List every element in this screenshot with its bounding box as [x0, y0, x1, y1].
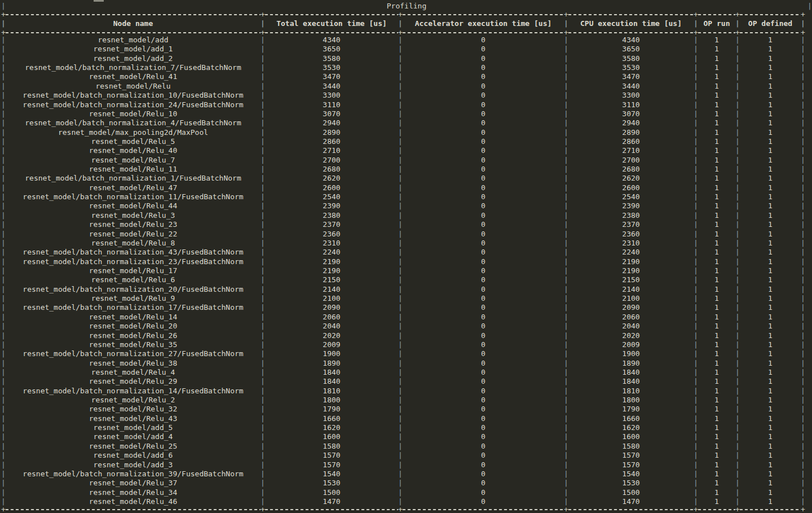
table-cell: 1: [740, 377, 801, 386]
column-separator: |: [398, 192, 403, 201]
table-cell: 1: [740, 313, 801, 322]
column-separator: |: [1, 119, 6, 128]
table-row: |resnet_model/batch_normalization_11/Fus…: [1, 192, 812, 201]
table-cell: 2040: [265, 322, 398, 331]
column-separator: |: [398, 387, 403, 396]
table-cell: 2100: [568, 294, 694, 303]
table-cell: 0: [403, 451, 564, 460]
table-cell: 1: [740, 275, 801, 284]
table-cell: 2940: [568, 119, 694, 128]
column-separator: |: [564, 137, 568, 146]
table-cell: resnet_model/add_5: [6, 423, 261, 432]
column-separator: |: [261, 156, 265, 165]
border-plus: +: [398, 506, 403, 512]
column-separator: |: [735, 442, 740, 451]
table-cell: 1: [698, 257, 735, 266]
table-row: |resnet_model/Relu_37|1530|0|1530|1|1|: [1, 479, 812, 488]
column-separator: |: [1, 377, 6, 386]
column-separator: |: [801, 442, 805, 451]
column-separator: |: [261, 174, 265, 183]
table-cell: resnet_model/add_3: [6, 461, 261, 470]
table-cell: 2890: [568, 128, 694, 137]
border-plus: +: [398, 29, 403, 36]
table-cell: 2360: [265, 230, 398, 239]
column-separator: |: [398, 488, 403, 497]
column-separator: |: [694, 285, 698, 294]
column-separator: |: [564, 451, 568, 460]
column-separator: |: [735, 45, 740, 54]
column-separator: |: [1, 91, 6, 100]
table-cell: 2240: [265, 248, 398, 257]
border-dash: [568, 11, 694, 17]
column-separator: |: [735, 257, 740, 266]
column-separator: |: [694, 340, 698, 349]
column-separator: |: [1, 470, 6, 479]
column-separator: |: [801, 285, 805, 294]
table-cell: 2009: [568, 340, 694, 349]
table-cell: 2240: [568, 248, 694, 257]
table-row: |resnet_model/Relu_32|1790|0|1790|1|1|: [1, 405, 812, 414]
column-separator: |: [398, 479, 403, 488]
table-cell: 1810: [568, 387, 694, 396]
column-separator: |: [694, 368, 698, 377]
table-cell: 1900: [265, 349, 398, 358]
border-dash: [740, 506, 801, 512]
table-row: |resnet_model/Relu_2|1800|0|1800|1|1|: [1, 396, 812, 405]
border-plus: +: [801, 506, 805, 512]
table-cell: 1: [740, 322, 801, 331]
column-separator: |: [398, 368, 403, 377]
table-border-bottom: +++++++: [1, 506, 812, 512]
table-cell: 1790: [568, 405, 694, 414]
table-cell: 1: [698, 451, 735, 460]
table-cell: resnet_model/batch_normalization_11/Fuse…: [6, 192, 261, 201]
column-separator: |: [564, 156, 568, 165]
column-separator: |: [261, 165, 265, 174]
column-separator: |: [261, 100, 265, 109]
column-separator: |: [398, 248, 403, 257]
table-cell: 1800: [568, 396, 694, 405]
column-separator: |: [398, 239, 403, 248]
table-cell: 2370: [265, 220, 398, 229]
column-separator: |: [801, 54, 805, 63]
column-separator: |: [694, 82, 698, 91]
column-separator: |: [801, 211, 805, 220]
table-cell: resnet_model/Relu_46: [6, 497, 261, 506]
column-separator: |: [735, 266, 740, 275]
table-cell: 1: [698, 275, 735, 284]
table-cell: 1790: [265, 405, 398, 414]
table-cell: 1: [740, 451, 801, 460]
table-cell: 1: [698, 100, 735, 109]
table-row: |resnet_model/Relu_40|2710|0|2710|1|1|: [1, 146, 812, 155]
table-cell: resnet_model/Relu_6: [6, 275, 261, 284]
column-separator: |: [694, 331, 698, 340]
column-separator: |: [564, 275, 568, 284]
table-cell: 1: [740, 488, 801, 497]
table-cell: 1: [698, 82, 735, 91]
column-separator: |: [564, 331, 568, 340]
table-cell: 1: [740, 303, 801, 312]
table-cell: resnet_model/Relu_3: [6, 211, 261, 220]
table-cell: 1540: [568, 470, 694, 479]
column-separator: |: [735, 461, 740, 470]
column-separator: |: [261, 414, 265, 423]
column-separator: |: [735, 174, 740, 183]
column-separator: |: [694, 275, 698, 284]
table-cell: 1: [740, 137, 801, 146]
column-separator: |: [735, 432, 740, 441]
column-separator: |: [801, 322, 805, 331]
column-header: OP defined: [740, 19, 801, 28]
column-separator: |: [801, 405, 805, 414]
border-dash: [6, 29, 261, 36]
column-separator: |: [564, 119, 568, 128]
table-cell: 1: [740, 146, 801, 155]
column-separator: |: [261, 183, 265, 192]
column-separator: |: [261, 442, 265, 451]
table-cell: 3470: [568, 72, 694, 81]
table-row: |resnet_model/batch_normalization_27/Fus…: [1, 349, 812, 358]
column-separator: |: [564, 377, 568, 386]
table-cell: resnet_model/Relu_8: [6, 239, 261, 248]
table-cell: 0: [403, 91, 564, 100]
table-cell: 1: [740, 479, 801, 488]
table-cell: 2150: [568, 275, 694, 284]
column-separator: |: [694, 211, 698, 220]
